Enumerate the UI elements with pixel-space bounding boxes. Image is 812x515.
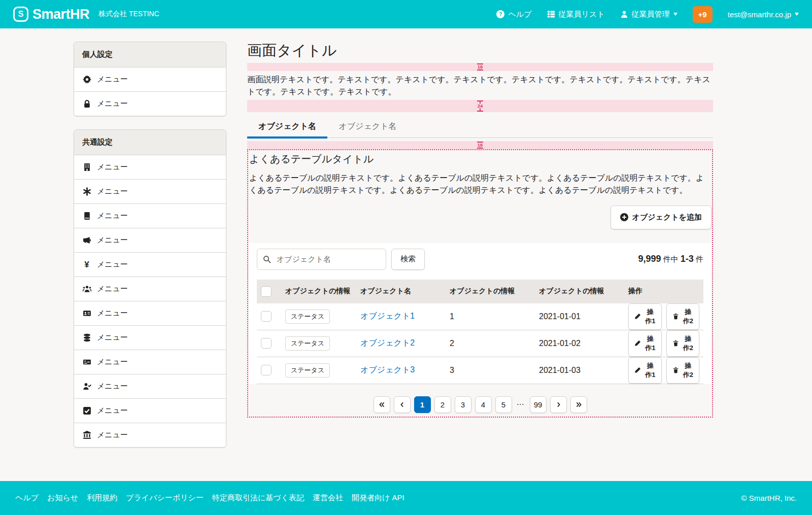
footer-link-help[interactable]: ヘルプ <box>15 493 39 503</box>
main-content: 画面タイトル 16 画面説明テキストです。テキストです。テキストです。テキストで… <box>247 42 713 481</box>
smarthr-logo-icon[interactable]: S <box>13 7 28 22</box>
megaphone-icon <box>82 236 91 245</box>
delete-action-button[interactable]: 操作2 <box>666 357 700 384</box>
logo-letter: S <box>18 10 24 19</box>
sidebar-item-label: メニュー <box>97 260 128 269</box>
search-input[interactable] <box>257 249 386 270</box>
object-table: オブジェクトの情報 オブジェクト名 オブジェクトの情報 オブジェクトの情報 操作… <box>257 280 703 384</box>
sidebar-item-menu[interactable]: ¥ メニュー <box>74 252 226 277</box>
row-checkbox[interactable] <box>261 365 272 375</box>
sidebar-item-menu[interactable]: メニュー <box>74 228 226 252</box>
sidebar-item-menu[interactable]: メニュー <box>74 155 226 179</box>
nav-employee-admin-label: 従業員管理 <box>632 10 670 19</box>
object-info-cell: 1 <box>446 303 535 330</box>
page-button-5[interactable]: 5 <box>495 396 512 413</box>
annotated-table-section: よくあるテーブルタイトル よくあるテーブルの説明テキストです。よくあるテーブルの… <box>247 149 713 418</box>
table-row: ステータス オブジェクト3 3 2021-01-03 操作1 操作2 <box>257 357 703 384</box>
spacing-value: 16 <box>477 64 484 70</box>
footer-link-commercial-law[interactable]: 特定商取引法に基づく表記 <box>212 493 304 503</box>
sidebar-item-menu[interactable]: メニュー <box>74 398 226 423</box>
account-menu-dropdown[interactable]: test@smarthr.co.jp <box>728 10 799 19</box>
next-page-button[interactable] <box>550 396 567 413</box>
chevron-down-icon <box>795 13 799 16</box>
first-page-button[interactable] <box>374 396 390 413</box>
footer-link-developer-api[interactable]: 開発者向け API <box>352 493 404 503</box>
nav-help[interactable]: ? ヘルプ <box>496 10 531 19</box>
last-page-button[interactable] <box>570 396 587 413</box>
notification-count-badge[interactable]: +9 <box>693 6 713 23</box>
gear-icon <box>82 75 91 84</box>
page-button-3[interactable]: 3 <box>455 396 471 413</box>
tab-object-1[interactable]: オブジェクト名 <box>247 115 327 138</box>
sidebar-item-menu[interactable]: メニュー <box>74 203 226 228</box>
count-unit: 件 <box>696 255 703 263</box>
asterisk-icon <box>82 187 91 196</box>
app-window: S SmartHR 株式会社 TESTINC ? ヘルプ 従業員リスト 従業員管… <box>0 0 812 515</box>
add-object-label: オブジェクトを追加 <box>632 213 702 222</box>
database-icon <box>82 333 91 342</box>
tab-object-2[interactable]: オブジェクト名 <box>327 115 408 138</box>
sidebar-item-menu[interactable]: メニュー <box>74 423 226 447</box>
header-nav: ? ヘルプ 従業員リスト 従業員管理 +9 test@smarthr.co.jp <box>496 6 799 23</box>
sidebar-item-menu[interactable]: メニュー <box>74 91 226 116</box>
page-button-4[interactable]: 4 <box>475 396 492 413</box>
count-range: 1-3 <box>681 254 694 264</box>
count-total: 9,999 <box>638 254 661 264</box>
add-object-button[interactable]: オブジェクトを追加 <box>611 205 712 229</box>
sidebar-item-menu[interactable]: メニュー <box>74 67 226 91</box>
prev-page-button[interactable] <box>394 396 411 413</box>
object-link[interactable]: オブジェクト3 <box>360 365 415 374</box>
sidebar-item-label: メニュー <box>97 284 128 294</box>
page-button-99[interactable]: 99 <box>530 396 547 413</box>
object-info-cell: 2 <box>446 330 535 357</box>
sidebar-item-label: メニュー <box>97 211 128 221</box>
footer-link-operating-company[interactable]: 運営会社 <box>313 493 343 503</box>
status-badge: ステータス <box>285 336 330 351</box>
table-section-title: よくあるテーブルタイトル <box>249 152 712 166</box>
edit-action-button[interactable]: 操作1 <box>628 357 662 384</box>
page-button-1[interactable]: 1 <box>414 396 431 413</box>
column-header: オブジェクト名 <box>356 280 446 303</box>
sidebar-item-label: メニュー <box>97 308 128 318</box>
sidebar-item-menu[interactable]: メニュー <box>74 301 226 325</box>
app-header: S SmartHR 株式会社 TESTINC ? ヘルプ 従業員リスト 従業員管… <box>0 0 812 28</box>
footer-link-news[interactable]: お知らせ <box>47 493 78 503</box>
sidebar-item-menu[interactable]: メニュー <box>74 277 226 301</box>
sidebar-item-menu[interactable]: メニュー <box>74 374 226 398</box>
table-panel: 検索 9,999 件中 1-3 件 オブジ <box>249 243 712 384</box>
sidebar-item-menu[interactable]: メニュー <box>74 325 226 350</box>
delete-action-button[interactable]: 操作2 <box>666 303 700 330</box>
edit-action-button[interactable]: 操作1 <box>628 303 662 330</box>
row-checkbox[interactable] <box>261 311 272 322</box>
edit-action-button[interactable]: 操作1 <box>628 330 662 357</box>
copyright-notice: © SmartHR, Inc. <box>741 494 797 502</box>
sidebar-item-menu[interactable]: メニュー <box>74 179 226 203</box>
nav-employee-list[interactable]: 従業員リスト <box>547 10 605 19</box>
footer-link-terms[interactable]: 利用規約 <box>87 493 117 503</box>
select-all-checkbox[interactable] <box>261 286 272 297</box>
spacing-annotation-24: 24 <box>247 100 713 112</box>
chevrons-left-icon <box>379 401 385 408</box>
trash-icon <box>672 367 679 373</box>
sidebar-item-menu[interactable]: メニュー <box>74 350 226 374</box>
sidebar-section-title: 共通設定 <box>74 130 226 155</box>
object-link[interactable]: オブジェクト2 <box>360 338 415 347</box>
page-button-2[interactable]: 2 <box>434 396 451 413</box>
search-button[interactable]: 検索 <box>391 249 425 270</box>
object-link[interactable]: オブジェクト1 <box>360 312 415 320</box>
delete-action-button[interactable]: 操作2 <box>666 330 700 357</box>
help-icon: ? <box>496 10 504 18</box>
company-name: 株式会社 TESTINC <box>98 10 159 19</box>
svg-text:?: ? <box>499 11 502 17</box>
column-header: オブジェクトの情報 <box>535 280 624 303</box>
footer-link-privacy[interactable]: プライバシーポリシー <box>126 493 204 503</box>
money-check-icon <box>82 358 91 367</box>
logo-wordmark[interactable]: SmartHR <box>32 7 89 22</box>
nav-help-label: ヘルプ <box>508 10 531 19</box>
sidebar-section-common: 共通設定 メニュー メニュー メニュー メニュー <box>74 129 226 448</box>
nav-employee-admin-dropdown[interactable]: 従業員管理 <box>620 10 678 19</box>
row-checkbox[interactable] <box>261 338 272 349</box>
object-date-cell: 2021-01-03 <box>535 357 624 384</box>
account-email: test@smarthr.co.jp <box>728 10 791 19</box>
sidebar-item-label: メニュー <box>97 162 128 172</box>
